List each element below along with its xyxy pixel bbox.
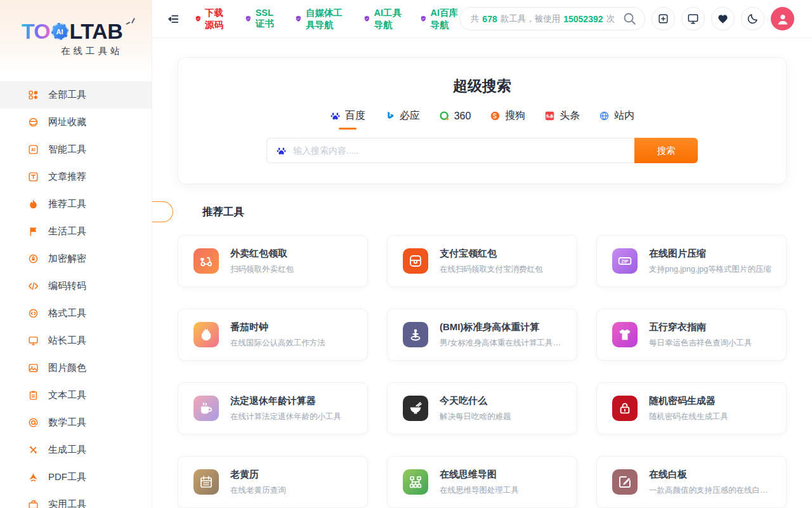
tool-card[interactable]: 支付宝领红包在线扫码领取支付宝消费红包 — [387, 235, 577, 287]
utility-icon — [28, 499, 39, 508]
mindmap-icon — [403, 469, 428, 495]
tool-desc: 支持png,jpng,jpg等格式图片的压缩 — [649, 264, 771, 275]
svg-text:ZIP: ZIP — [622, 259, 629, 264]
tool-card[interactable]: 今天吃什么解决每日吃啥的难题 — [387, 382, 577, 434]
monitor-button[interactable] — [681, 7, 705, 30]
add-square-button[interactable] — [652, 7, 675, 30]
sidebar-item-ai[interactable]: AI智能工具 — [0, 136, 152, 163]
shield-icon — [295, 13, 302, 24]
engine-label: 站内 — [614, 109, 634, 123]
shirt-icon — [612, 322, 638, 347]
heart-button[interactable] — [711, 7, 735, 30]
code-icon — [28, 281, 39, 291]
engine-tabs: 百度必应360搜狗头条头条站内 — [178, 109, 786, 130]
logo-ai-badge: AI — [51, 23, 69, 40]
engine-label: 百度 — [345, 109, 365, 123]
image-icon — [28, 363, 39, 373]
header-link[interactable]: 下载源码 — [195, 7, 228, 31]
engine-tab-toutiao[interactable]: 头条头条 — [544, 109, 580, 130]
sidebar-item-image[interactable]: 图片颜色 — [0, 354, 152, 382]
main-content: 超级搜索 百度必应360搜狗头条头条站内 搜索 推荐工具 外卖红包领取扫码领取外… — [152, 38, 812, 508]
tool-card[interactable]: ZIP在线图片压缩支持png,jpng,jpg等格式图片的压缩 — [596, 235, 787, 287]
tool-card[interactable]: 老黄历在线老黄历查询 — [178, 456, 368, 508]
header-link[interactable]: AI工具导航 — [363, 7, 403, 31]
stats-prefix: 共 — [471, 13, 480, 25]
zip-icon: ZIP — [612, 248, 638, 274]
shield-icon — [195, 13, 202, 24]
sidebar-item-label: 实用工具 — [48, 498, 86, 508]
engine-tab-bing[interactable]: 必应 — [384, 109, 420, 130]
tool-card[interactable]: 五行穿衣指南每日幸运色吉祥色查询小工具 — [596, 309, 787, 361]
sidebar: TO AI LTAB 在线工具站 全部工具网址收藏AI智能工具文章推荐推荐工具生… — [0, 0, 152, 508]
sidebar-item-label: 网址收藏 — [48, 116, 86, 128]
sidebar-item-monitor[interactable]: 站长工具 — [0, 327, 152, 354]
engine-tab-globe[interactable]: 站内 — [599, 109, 634, 130]
engine-tab-e360[interactable]: 360 — [439, 109, 471, 130]
sidebar-item-browser[interactable]: 网址收藏 — [0, 109, 152, 136]
tool-card[interactable]: 在线白板一款高颜值的支持压感的在线白板小... — [596, 456, 787, 508]
monitor-icon — [28, 335, 39, 346]
header-links: 下载源码SSL证书自媒体工具导航AI工具导航AI百库导航 — [195, 7, 459, 31]
header-link[interactable]: SSL证书 — [245, 8, 278, 30]
baidu-icon — [330, 110, 341, 121]
sidebar-nav: 全部工具网址收藏AI智能工具文章推荐推荐工具生活工具加密解密编码转码格式工具站长… — [0, 75, 152, 508]
sidebar-item-clipboard[interactable]: 文本工具 — [0, 382, 152, 409]
search-input[interactable] — [293, 145, 625, 156]
bing-icon — [384, 110, 395, 121]
tool-desc: 在线扫码领取支付宝消费红包 — [440, 264, 543, 275]
header-link[interactable]: AI百库导航 — [420, 7, 459, 31]
sidebar-item-article[interactable]: 文章推荐 — [0, 163, 152, 190]
at-icon — [28, 417, 39, 428]
mug-icon — [193, 396, 219, 421]
tool-card[interactable]: 番茄时钟在线国际公认高效工作方法 — [178, 309, 368, 361]
engine-label: 搜狗 — [505, 109, 525, 123]
e360-icon — [439, 110, 450, 121]
engine-tab-sogou[interactable]: 搜狗 — [490, 109, 525, 130]
shield-icon — [363, 13, 370, 24]
sidebar-item-grid[interactable]: 全部工具 — [0, 81, 152, 109]
fire-icon — [183, 206, 195, 218]
header: 下载源码SSL证书自媒体工具导航AI工具导航AI百库导航 共 678 款工具，被… — [152, 0, 812, 38]
sidebar-item-fire[interactable]: 推荐工具 — [0, 190, 152, 218]
avatar[interactable] — [771, 7, 794, 30]
sidebar-item-tools[interactable]: 生成工具 — [0, 436, 152, 464]
sidebar-item-utility[interactable]: 实用工具 — [0, 491, 152, 508]
header-link[interactable]: 自媒体工具导航 — [295, 7, 346, 31]
logo[interactable]: TO AI LTAB 在线工具站 — [0, 0, 152, 75]
sogou-icon — [490, 110, 501, 121]
sidebar-item-label: 编码转码 — [48, 280, 86, 292]
sidebar-item-code-circle[interactable]: 格式工具 — [0, 300, 152, 327]
moon-button[interactable] — [741, 7, 764, 30]
tool-card[interactable]: 外卖红包领取扫码领取外卖红包 — [178, 235, 368, 287]
sidebar-item-flag[interactable]: 生活工具 — [0, 218, 152, 245]
super-search-card: 超级搜索 百度必应360搜狗头条头条站内 搜索 — [178, 57, 787, 184]
search-button[interactable]: 搜索 — [634, 138, 698, 163]
tool-card[interactable]: 随机密码生成器随机密码在线生成工具 — [596, 382, 787, 434]
tool-card[interactable]: (BMI)标准身高体重计算男/女标准身高体重在线计算工具，... — [387, 309, 577, 361]
tool-card[interactable]: 在线思维导图在线思维导图处理工具 — [387, 456, 577, 508]
search-icon[interactable] — [622, 11, 637, 26]
tool-desc: 解决每日吃啥的难题 — [440, 411, 511, 422]
ai-icon: AI — [28, 144, 39, 155]
collapse-sidebar-icon[interactable] — [167, 11, 180, 27]
sidebar-item-code[interactable]: 编码转码 — [0, 272, 152, 300]
lock-icon — [612, 396, 638, 421]
tool-name: 法定退休年龄计算器 — [230, 395, 341, 407]
tool-name: 在线白板 — [649, 469, 775, 481]
flag-icon — [28, 226, 39, 237]
code-circle-icon — [28, 308, 39, 319]
alipay-icon — [403, 248, 428, 274]
article-icon — [28, 171, 39, 182]
edge-grid-tab[interactable] — [152, 201, 173, 222]
sidebar-item-at[interactable]: 数学工具 — [0, 409, 152, 436]
header-link-label: AI工具导航 — [374, 7, 403, 31]
tool-desc: 一款高颜值的支持压感的在线白板小... — [649, 485, 775, 496]
header-link-label: AI百库导航 — [431, 7, 459, 31]
sidebar-item-label: 生成工具 — [48, 444, 86, 456]
calendar-icon — [193, 469, 219, 495]
sidebar-item-pdf[interactable]: PDF工具 — [0, 464, 152, 491]
sidebar-item-lock-circle[interactable]: 加密解密 — [0, 245, 152, 272]
sidebar-item-label: 生活工具 — [48, 225, 86, 237]
engine-tab-baidu[interactable]: 百度 — [330, 109, 365, 130]
tool-card[interactable]: 法定退休年龄计算器在线计算法定退休年龄的小工具 — [178, 382, 368, 434]
